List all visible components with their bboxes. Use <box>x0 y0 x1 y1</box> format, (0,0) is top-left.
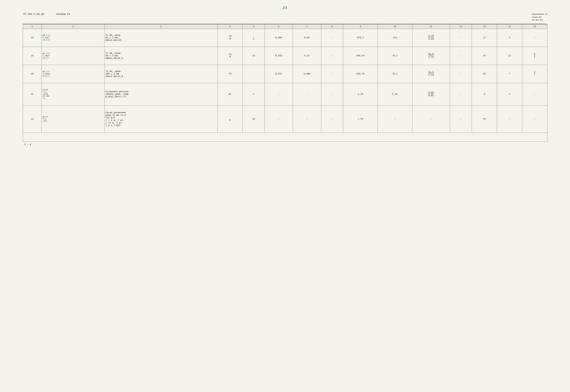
cell-row20-col7: 0,088 <box>293 65 321 83</box>
table-row: 3I 23-07 п.I- -0178 I2-790- -I Установка… <box>23 83 547 106</box>
cell-row20-col2: ШI ч.У п.3333 I2-2-7 <box>42 65 104 83</box>
col-header-4: 4 <box>217 24 243 29</box>
cell-row20-col5 <box>242 65 265 83</box>
fraction-row19-col15: 2 I <box>534 53 535 59</box>
cell-row18-col1: 18 <box>23 29 42 47</box>
cell-row19-col10: 79,I <box>378 47 412 65</box>
cell-row20-col6: 0,0II <box>265 65 293 83</box>
header-note-line3: СН 227-82 <box>532 19 547 22</box>
cell-row20-col3: То же, диам. 108 х 4 мм 493хI,08+97,8 <box>104 65 217 83</box>
cell-row19-col6: 0,0I0 <box>265 47 293 65</box>
cell-row19-col2: ШI ч.У п.3327 I2-2-7 <box>42 47 104 65</box>
cell-row18-col9: 870,2 <box>343 29 378 47</box>
cell-row18-col5: – 5 <box>242 29 265 47</box>
table-row-empty <box>23 133 547 142</box>
cell-row21-col14: 4 <box>497 83 522 106</box>
cell-row20-col4: ТН <box>217 65 243 83</box>
header-note-line2: Строп №1 <box>532 16 547 19</box>
col-header-12: 12 <box>450 24 472 29</box>
cell-row18-col8: – <box>321 29 343 47</box>
col-header-11: 11 <box>412 24 450 29</box>
header-album: Альбом УI <box>56 13 70 16</box>
cell-row21-col4: ШТ <box>217 83 243 106</box>
header-row: ТП 704-3-38.85 Альбом УI Приложение 10 С… <box>23 13 547 22</box>
col-header-10: 10 <box>378 24 412 29</box>
cell-row19-col1: I9 <box>23 47 42 65</box>
cell-row18-col13: I7 <box>472 29 497 47</box>
cell-row19-col15: 2 I <box>522 47 547 65</box>
col-header-7: 7 <box>293 24 321 29</box>
cell-row22-col9: 7,76 <box>343 106 378 133</box>
cell-row20-col11: I4,5 7,74 <box>412 65 450 83</box>
cell-row21-col11: 0,03 0,0I <box>412 83 450 106</box>
cell-row19-col8: – <box>321 47 343 65</box>
col-header-2: 2 <box>42 24 104 29</box>
cell-row18-col15: – <box>522 29 547 47</box>
cell-row22-col11: – <box>412 106 450 133</box>
fraction-row20: I4,5 7,74 <box>428 71 434 77</box>
cell-row20-col10: 79,I <box>378 65 412 83</box>
cell-row18-col14: 2 <box>497 29 522 47</box>
cell-row22-col15: – <box>522 106 547 133</box>
cell-row18-col6: 0,004 <box>265 29 293 47</box>
cell-row19-col9: 646,44 <box>343 47 378 65</box>
cell-row19-col14: I2 <box>497 47 522 65</box>
cell-row18-col7: 0,02 <box>293 29 321 47</box>
col-header-13: 13 <box>472 24 497 29</box>
cell-row21-col13: 8 <box>472 83 497 106</box>
cell-row22-col13: 78 <box>472 106 497 133</box>
fraction-row19: I4,5 7,74 <box>428 53 434 59</box>
cell-row22-col4: М <box>217 106 243 133</box>
col-header-3: 3 <box>104 24 217 29</box>
cell-row21-col15: – <box>522 83 547 106</box>
table-header-row: 1 2 3 4 5 6 7 8 9 10 11 12 13 14 15 <box>23 24 547 29</box>
col-header-6: 6 <box>265 24 293 29</box>
header-note-line1: Приложение 10 <box>532 13 547 16</box>
cell-row20-col8: – <box>321 65 343 83</box>
cell-row20-col14: 7 <box>497 65 522 83</box>
cell-row20-col12: – <box>450 65 472 83</box>
cell-row19-col3: То же, диам. 89 х 4 мм 508хI,08+97,8 <box>104 47 217 65</box>
cell-row21-col6: – <box>265 83 293 106</box>
fraction-row21: 0,03 0,0I <box>428 91 434 97</box>
cell-row18-col4: ТН М <box>217 29 243 47</box>
bottom-note: 3 - 4 <box>23 143 547 146</box>
col-header-15: 15 <box>522 24 547 29</box>
cell-row19-col11: I4,5 7,74 <box>412 47 450 65</box>
cell-row18-col11: 3,75 I,I9 <box>412 29 450 47</box>
col-header-14: 14 <box>497 24 522 29</box>
cell-row19-col13: 97 <box>472 47 497 65</box>
cell-row22-col6: – <box>265 106 293 133</box>
cell-row19-col7: 0,I5 <box>293 47 321 65</box>
fraction-row20-col15: I – <box>534 71 535 77</box>
cell-row22-col12: – <box>450 106 472 133</box>
cell-row21-col10: I,49 <box>378 83 412 106</box>
cell-row22-col14: – <box>497 106 522 133</box>
cell-row19-col4: ТН М <box>217 47 243 65</box>
cell-row22-col3: Рукав резиновый диам.75 мм гр.П тип Б-5 … <box>104 106 217 133</box>
cell-row21-col8: – <box>321 83 343 106</box>
cell-row22-col10: – <box>378 106 412 133</box>
fraction-row18: 3,75 I,I9 <box>428 35 434 41</box>
cell-row20-col13: 55 <box>472 65 497 83</box>
main-table: 1 2 3 4 5 6 7 8 9 10 11 12 13 14 15 18 Ш <box>23 24 547 142</box>
cell-row21-col1: 3I <box>23 83 42 106</box>
cell-row22-col7: – <box>293 106 321 133</box>
cell-row19-col5: I5 <box>242 47 265 65</box>
col-header-9: 9 <box>343 24 378 29</box>
cell-row20-col1: 20 <box>23 65 42 83</box>
header-code: ТП 704-3-38.85 <box>23 13 44 16</box>
cell-row21-col9: 2,76 <box>343 83 378 106</box>
cell-row20-col15: I – <box>522 65 547 83</box>
cell-row18-col10: II4 <box>378 29 412 47</box>
table-row: 22 05-I7 п.I- -072 Рукав резиновый диам.… <box>23 106 547 133</box>
cell-row22-col1: 22 <box>23 106 42 133</box>
table-row: 20 ШI ч.У п.3333 I2-2-7 То же, диам. 108… <box>23 65 547 83</box>
col-header-1: 1 <box>23 24 42 29</box>
table-row: I9 ШI ч.У п.3327 I2-2-7 То же, диам. 89 … <box>23 47 547 65</box>
cell-row21-col3: Установка рентиля I5БI6к диам. 15мм 0,95… <box>104 83 217 106</box>
table-row: 18 ШI ч.У п.3317 I2-2-6 То же, диам. 50 … <box>23 29 547 47</box>
cell-row21-col5: 3 <box>242 83 265 106</box>
cell-row18-col2: ШI ч.У п.3317 I2-2-6 <box>42 29 104 47</box>
cell-row21-col7: – <box>293 83 321 106</box>
